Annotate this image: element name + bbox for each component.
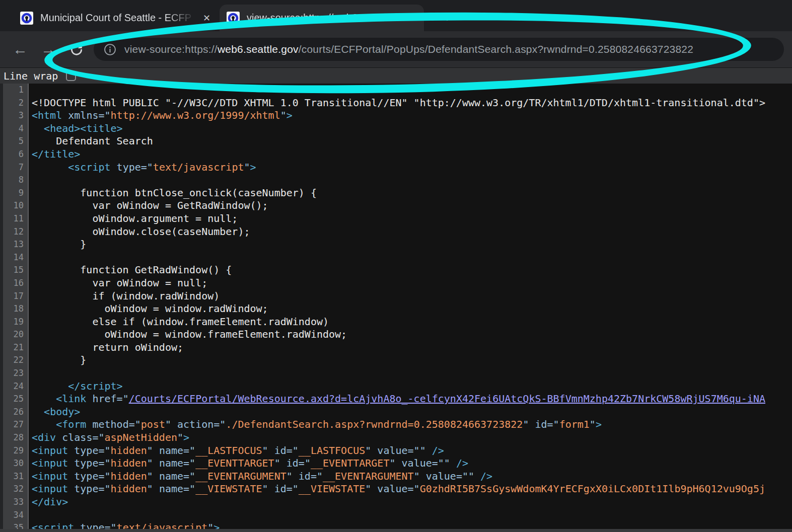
line-content: Defendant Search xyxy=(29,135,153,148)
source-line: 12 oWindow.close(caseNumber); xyxy=(0,225,792,239)
source-line: 32<input type="hidden" name="__VIEWSTATE… xyxy=(0,483,792,496)
source-line: 24 </script> xyxy=(0,380,792,393)
tab-municipal-court[interactable]: Municipal Court of Seattle - ECFP ✕ xyxy=(13,5,218,31)
source-line: 7 <script type="text/javascript"> xyxy=(0,161,792,174)
source-code-area[interactable]: 12<!DOCTYPE html PUBLIC "-//W3C//DTD XHT… xyxy=(0,84,792,532)
source-line: 17 if (window.radWindow) xyxy=(0,290,792,303)
source-lines: 12<!DOCTYPE html PUBLIC "-//W3C//DTD XHT… xyxy=(0,84,792,532)
line-number: 7 xyxy=(0,161,29,174)
line-content: function GetRadWindow() { xyxy=(29,264,232,277)
line-wrap-label: Line wrap xyxy=(4,70,58,82)
line-number: 21 xyxy=(0,341,29,354)
line-number: 29 xyxy=(0,444,29,458)
source-line: 30<input type="hidden" name="__EVENTTARG… xyxy=(0,457,792,470)
line-content xyxy=(29,367,32,380)
plus-icon: + xyxy=(443,9,452,26)
source-line: 27 <form method="post" action="./Defenda… xyxy=(0,418,792,431)
line-content: oWindow.argument = null; xyxy=(29,212,238,225)
line-number: 10 xyxy=(0,199,29,212)
source-line: 18 oWindow = window.radWindow; xyxy=(0,302,792,316)
line-content: </div> xyxy=(29,496,68,509)
navigation-toolbar: ← → view-source:https://web6.seattle.gov… xyxy=(0,31,792,67)
source-line: 21 return oWindow; xyxy=(0,341,792,354)
forward-arrow-icon: → xyxy=(41,42,56,57)
line-number: 26 xyxy=(0,406,29,419)
line-number: 15 xyxy=(0,264,29,277)
line-number: 20 xyxy=(0,328,29,341)
line-content: oWindow = window.radWindow; xyxy=(29,302,268,316)
line-number: 31 xyxy=(0,470,29,483)
line-number: 17 xyxy=(0,290,29,303)
source-line: 6</title> xyxy=(0,148,792,161)
source-line: 10 var oWindow = GetRadWindow(); xyxy=(0,199,792,212)
source-line: 13 } xyxy=(0,238,792,251)
line-number: 8 xyxy=(0,174,29,187)
line-content: oWindow = window.frameElement.radWindow; xyxy=(29,328,347,341)
source-line: 15 function GetRadWindow() { xyxy=(0,264,792,277)
line-content xyxy=(29,84,32,97)
line-content: <div class="aspNetHidden"> xyxy=(29,431,189,444)
line-content: <input type="hidden" name="__LASTFOCUS" … xyxy=(29,444,444,458)
line-number: 23 xyxy=(0,367,29,380)
line-content: oWindow.close(caseNumber); xyxy=(29,225,250,239)
line-wrap-checkbox[interactable] xyxy=(66,71,76,81)
tab-strip: Municipal Court of Seattle - ECFP ✕ view… xyxy=(0,0,792,31)
line-content: </title> xyxy=(29,148,80,161)
line-wrap-bar: Line wrap xyxy=(0,67,792,84)
line-content: function btnClose_onclick(caseNumber) { xyxy=(29,187,317,200)
source-line: 22 } xyxy=(0,354,792,367)
address-bar[interactable]: view-source:https://web6.seattle.gov/cou… xyxy=(94,38,784,61)
line-number: 33 xyxy=(0,496,29,509)
line-number: 19 xyxy=(0,316,29,329)
tab-view-source[interactable]: view-source:https://web6.seattle. ✕ xyxy=(220,5,424,31)
reload-button[interactable] xyxy=(66,39,87,59)
source-line: 29<input type="hidden" name="__LASTFOCUS… xyxy=(0,444,792,458)
line-number: 22 xyxy=(0,354,29,367)
tab-close-icon[interactable]: ✕ xyxy=(409,13,417,24)
source-line: 8 xyxy=(0,174,792,187)
line-content: <input type="hidden" name="__EVENTTARGET… xyxy=(29,457,468,470)
line-content xyxy=(29,174,32,187)
url-text: view-source:https://web6.seattle.gov/cou… xyxy=(124,43,693,55)
line-content xyxy=(29,251,32,264)
line-number: 24 xyxy=(0,380,29,393)
reload-icon xyxy=(69,42,84,56)
webresource-link[interactable]: /Courts/ECFPortal/WebResource.axd?d=lcAj… xyxy=(129,393,765,405)
url-path: /courts/ECFPortal/PopUps/DefendantSearch… xyxy=(299,43,693,55)
line-number: 14 xyxy=(0,251,29,264)
tab-title: view-source:https://web6.seattle. xyxy=(247,12,404,24)
back-button[interactable]: ← xyxy=(10,39,30,59)
line-content: <html xmlns="http://www.w3.org/1999/xhtm… xyxy=(29,109,293,122)
back-arrow-icon: ← xyxy=(13,42,28,57)
source-line: 26 <body> xyxy=(0,406,792,419)
line-content: } xyxy=(29,354,86,367)
source-line: 31<input type="hidden" name="__EVENTARGU… xyxy=(0,470,792,483)
line-content: <!DOCTYPE html PUBLIC "-//W3C//DTD XHTML… xyxy=(29,97,765,110)
source-line: 33</div> xyxy=(0,496,792,509)
line-content: <head><title> xyxy=(29,122,123,135)
tab-title: Municipal Court of Seattle - ECFP xyxy=(40,12,198,24)
source-line: 3<html xmlns="http://www.w3.org/1999/xht… xyxy=(0,109,792,122)
line-content: var oWindow = GetRadWindow(); xyxy=(29,199,268,212)
line-content: return oWindow; xyxy=(29,341,183,354)
line-content: <body> xyxy=(29,406,80,419)
line-number: 4 xyxy=(0,122,29,135)
source-line: 14 xyxy=(0,251,792,264)
source-line: 5 Defendant Search xyxy=(0,135,792,148)
url-host: web6.seattle.gov xyxy=(218,43,299,55)
line-number: 30 xyxy=(0,457,29,470)
line-content: if (window.radWindow) xyxy=(29,290,220,303)
line-content xyxy=(29,509,32,522)
line-number: 12 xyxy=(0,225,29,239)
line-content: } xyxy=(29,238,86,251)
source-line: 9 function btnClose_onclick(caseNumber) … xyxy=(0,187,792,200)
source-line: 4 <head><title> xyxy=(0,122,792,135)
seattle-court-favicon-icon xyxy=(20,12,33,25)
line-number: 11 xyxy=(0,212,29,225)
tab-close-icon[interactable]: ✕ xyxy=(203,13,210,24)
forward-button[interactable]: → xyxy=(38,39,58,59)
info-icon xyxy=(104,43,116,56)
line-number: 27 xyxy=(0,418,29,431)
line-content: <input type="hidden" name="__EVENTARGUME… xyxy=(29,470,492,483)
new-tab-button[interactable]: + xyxy=(437,7,457,27)
